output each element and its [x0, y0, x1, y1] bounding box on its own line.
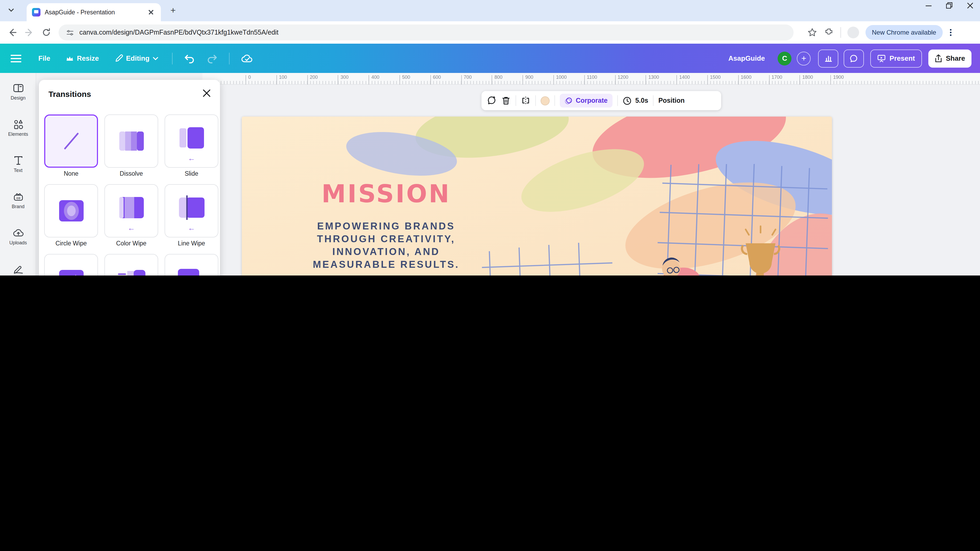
transition-flow[interactable] [104, 254, 158, 275]
reload-icon[interactable] [41, 28, 51, 37]
mission-body[interactable]: EMPOWERING BRANDS THROUGH CREATIVITY, IN… [261, 220, 511, 271]
home-menu-icon[interactable] [11, 54, 21, 62]
forward-icon[interactable] [24, 28, 34, 37]
elements-icon [13, 119, 24, 130]
animation-style-button[interactable]: Corporate [560, 94, 612, 108]
avatar-initial: C [782, 54, 787, 62]
sidebar-item-text[interactable]: Text [0, 155, 36, 186]
header-divider [229, 52, 229, 64]
transition-circle-wipe[interactable] [44, 184, 98, 237]
redo-icon[interactable] [206, 54, 217, 63]
text-icon [13, 155, 24, 166]
sidebar-label: Design [11, 95, 25, 101]
tab-search-chevron-icon[interactable] [8, 6, 15, 14]
sidebar-label: Brand [12, 204, 24, 209]
update-chrome-badge[interactable]: New Chrome available [865, 25, 942, 40]
transition-color-wipe[interactable]: ← [104, 184, 158, 237]
site-settings-icon[interactable] [66, 29, 74, 37]
update-chrome-label: New Chrome available [872, 29, 936, 36]
sidebar-label: Uploads [9, 240, 27, 245]
transition-slide[interactable]: ← [165, 114, 218, 168]
delete-icon[interactable] [501, 96, 511, 105]
present-label: Present [889, 54, 915, 62]
transition-label: Dissolve [104, 170, 158, 177]
add-comment-icon[interactable] [487, 96, 496, 105]
sidebar-item-elements[interactable]: Elements [0, 119, 36, 149]
canva-favicon [32, 8, 40, 16]
sidebar-item-design[interactable]: Design [0, 83, 36, 113]
account-avatar[interactable]: C [778, 51, 791, 65]
back-icon[interactable] [8, 28, 17, 37]
toolbar-divider [554, 95, 555, 106]
browser-menu-icon[interactable] [947, 28, 954, 37]
transition-none[interactable] [44, 114, 98, 168]
url-text: canva.com/design/DAGPmFasnPE/bdVQtx371kf… [80, 29, 278, 36]
slide-canvas[interactable]: MISSION EMPOWERING BRANDS THROUGH CREATI… [242, 117, 832, 275]
editing-label: Editing [126, 54, 150, 62]
file-menu[interactable]: File [38, 54, 50, 62]
header-divider [172, 52, 172, 64]
tab-close-icon[interactable] [147, 8, 156, 16]
arrow-left-icon: ← [127, 224, 135, 232]
sidebar-item-brand[interactable]: co Brand [0, 191, 36, 222]
share-button[interactable]: Share [928, 49, 972, 67]
browser-profile-avatar[interactable] [847, 27, 859, 38]
extensions-icon[interactable] [824, 28, 834, 37]
panel-title: Transitions [48, 89, 91, 98]
doc-title[interactable]: AsapGuide [728, 54, 765, 62]
browser-tabstrip: AsapGuide - Presentation + [0, 0, 980, 21]
new-tab-button[interactable]: + [168, 6, 178, 16]
arrow-left-icon: ← [188, 224, 195, 232]
uploads-icon [13, 227, 24, 238]
transition-label: Color Wipe [104, 240, 158, 246]
editing-mode-menu[interactable]: Editing [115, 54, 158, 62]
share-icon [935, 54, 942, 62]
flip-icon[interactable] [521, 96, 530, 105]
mission-line: INNOVATION, AND [261, 245, 511, 258]
canva-header: File Resize Editing AsapGuide C + Presen… [0, 44, 980, 73]
sidebar-label: Text [14, 168, 22, 173]
transition-line-wipe[interactable]: ← [165, 184, 218, 237]
bookmark-star-icon[interactable] [807, 28, 817, 37]
duration-control[interactable]: 5.0s [622, 96, 648, 105]
transition-label: Line Wipe [165, 240, 218, 246]
arrow-left-icon: ← [188, 154, 195, 162]
comments-button[interactable] [844, 49, 864, 67]
animate-icon [565, 97, 573, 105]
pen-icon [115, 54, 123, 62]
transition-match-move[interactable] [44, 254, 98, 275]
window-close-button[interactable] [967, 2, 974, 9]
screen: AsapGuide - Presentation + canva.com/des… [0, 0, 980, 275]
position-button[interactable]: Position [658, 97, 685, 104]
invite-member-button[interactable]: + [797, 51, 811, 65]
undo-icon[interactable] [184, 54, 195, 63]
slide-text-block: MISSION EMPOWERING BRANDS THROUGH CREATI… [261, 117, 511, 275]
horizontal-ruler: 0100200300400500600700800900100011001200… [202, 73, 980, 85]
insights-button[interactable] [818, 49, 838, 67]
design-icon [13, 83, 24, 94]
mission-title[interactable]: MISSION [261, 179, 511, 208]
resize-menu[interactable]: Resize [66, 54, 99, 62]
window-minimize-button[interactable] [925, 2, 932, 9]
toolbar-divider [653, 95, 654, 106]
window-restore-button[interactable] [946, 2, 953, 9]
panel-close-icon[interactable] [202, 88, 212, 98]
tab-title: AsapGuide - Presentation [45, 9, 143, 16]
chevron-down-icon [153, 57, 158, 60]
cloud-save-icon[interactable] [241, 54, 253, 62]
file-label: File [38, 54, 50, 62]
resize-label: Resize [77, 54, 99, 62]
canvas-toolbar: Corporate 5.0s Position [482, 91, 721, 110]
doc-title-label: AsapGuide [728, 54, 765, 62]
toolbar-divider [617, 95, 617, 106]
sidebar-item-uploads[interactable]: Uploads [0, 227, 36, 258]
transition-stack[interactable] [165, 254, 218, 275]
background-color-swatch[interactable] [541, 96, 550, 105]
present-button[interactable]: Present [870, 49, 922, 67]
mission-line: EMPOWERING BRANDS [261, 220, 511, 233]
transition-label: Circle Wipe [44, 240, 98, 246]
browser-tab[interactable]: AsapGuide - Presentation [27, 3, 161, 21]
address-bar[interactable]: canva.com/design/DAGPmFasnPE/bdVQtx371kf… [59, 24, 794, 40]
sidebar-item-draw[interactable]: Draw [0, 264, 36, 275]
transition-dissolve[interactable] [104, 114, 158, 168]
